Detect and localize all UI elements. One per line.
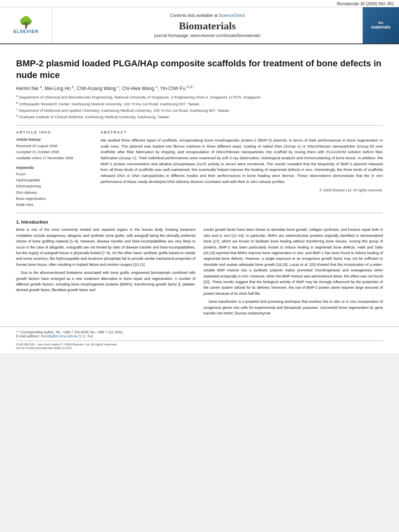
elsevier-logo-area: 🌳 ELSEVIER [0,7,52,43]
page-footer: * * Corresponding author. Tel.: +886 7 3… [0,327,399,353]
doi-line: doi:10.1016/j.biomaterials.2008.10.029 [16,346,383,350]
intro-body-cols: Bone is one of the most commonly treated… [16,227,383,318]
issn-line: 0142-9612/$ – see front matter © 2008 El… [16,343,383,346]
article-info-col: ARTICLE INFO Article history: Received 2… [16,130,93,208]
bio-logo-right: Bio materials [363,7,399,43]
email-address[interactable]: microfu@cc.kmu.edu.tw [41,334,77,338]
intro-right-text: insulin growth factor have been shown to… [204,227,383,316]
header-content: 🌳 ELSEVIER Contents lists available at S… [0,7,399,43]
received-date: Received 25 August 2008 [16,143,93,149]
email-author: (Y.-C. Fu). [78,334,94,338]
available-date: Available online 17 November 2008 [16,155,93,161]
journal-homepage: journal homepage: www.elsevier.com/locat… [154,33,261,38]
main-content: BMP-2 plasmid loaded PLGA/HAp composite … [0,44,399,327]
contents-line: Contents lists available at ScienceDirec… [170,13,245,18]
intro-right-col: insulin growth factor have been shown to… [204,227,383,318]
email-label: E-mail address: [16,334,40,338]
divider-1 [16,125,383,125]
copyright-line: © 2008 Elsevier Ltd. All rights reserved… [101,188,383,192]
info-abstract-section: ARTICLE INFO Article history: Received 2… [16,130,383,208]
journal-title: Biomaterials [179,20,236,32]
footnote-email: E-mail address: microfu@cc.kmu.edu.tw (Y… [16,334,383,338]
affiliation-d: d Graduate Institute of Clinical Medicin… [16,113,383,120]
affiliation-a: a Department of Chemical and Biomolecula… [16,94,383,100]
page: Biomaterials 30 (2009) 892–901 🌳 ELSEVIE… [0,0,399,353]
abstract-col: ABSTRACT We studied three different type… [101,130,383,208]
divider-2 [16,213,383,213]
journal-center: Contents lists available at ScienceDirec… [52,7,363,43]
affiliations: a Department of Chemical and Biomolecula… [16,94,383,120]
footer-divider-line: 0142-9612/$ – see front matter © 2008 El… [16,341,383,350]
intro-left-text: Bone is one of the most commonly treated… [16,227,195,293]
article-title: BMP-2 plasmid loaded PLGA/HAp composite … [16,58,383,81]
history-label: Article history: [16,138,93,142]
keywords-list: PLGA Hydroxyapatite Electrospinning DNA … [16,171,93,208]
abstract-header: ABSTRACT [101,130,383,134]
keyword-dna: DNA delivery [16,190,93,196]
keyword-nude: Nude mice [16,202,93,208]
intro-left-col: Bone is one of the most commonly treated… [16,227,195,318]
footnote-corresponding: * * Corresponding author. Tel.: +886 7 3… [16,330,383,334]
bio-logo-big: materials [371,25,391,30]
journal-header: Biomaterials 30 (2009) 892–901 🌳 ELSEVIE… [0,0,399,44]
contents-text: Contents lists available at [170,13,218,18]
footnote-text: * Corresponding author. Tel.: +886 7 320… [19,330,123,334]
accepted-date: Accepted 21 October 2008 [16,149,93,155]
sciencedirect-link[interactable]: ScienceDirect [219,13,245,18]
article-info-header: ARTICLE INFO [16,130,93,134]
affiliation-b: b Orthopaedic Research Center, Kaohsiung… [16,101,383,107]
intro-title-text: Introduction [21,220,48,224]
keyword-electro: Electrospinning [16,183,93,189]
keyword-bone: Bone regeneration [16,196,93,202]
keyword-plga: PLGA [16,171,93,177]
intro-num: 1. [16,220,20,224]
article-dates: Received 25 August 2008 Accepted 21 Octo… [16,143,93,162]
intro-section: 1. Introduction Bone is one of the most … [16,220,383,318]
elsevier-label: ELSEVIER [13,29,38,34]
abstract-body: We studied three different types of scaf… [101,138,383,185]
issue-citation: Biomaterials 30 (2009) 892–901 [337,2,394,6]
intro-title: 1. Introduction [16,220,383,224]
keyword-ha: Hydroxyapatite [16,177,93,183]
affiliation-c: c Department of Medicinal and Applied Ch… [16,107,383,113]
bio-logo-text1: Bio [378,21,384,25]
top-bar: Biomaterials 30 (2009) 892–901 [0,0,399,7]
authors-line: Hemin Nie a, Mei-Ling Ho b, Chih-Kuang W… [16,85,383,91]
elsevier-tree-icon: 🌳 [19,17,33,28]
keywords-label: Keywords: [16,166,93,170]
